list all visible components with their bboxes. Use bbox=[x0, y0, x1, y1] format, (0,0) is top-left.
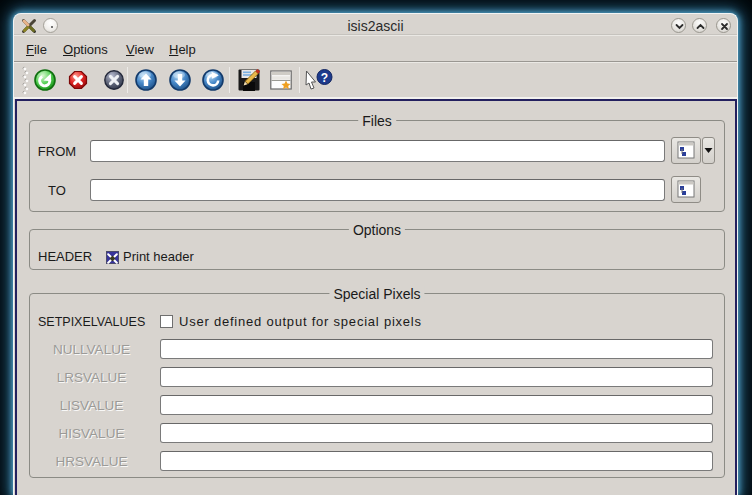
svg-text:?: ? bbox=[321, 71, 328, 85]
